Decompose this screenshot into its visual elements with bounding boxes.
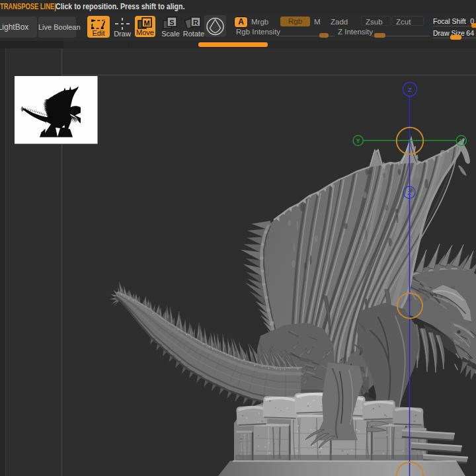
- svg-text:M: M: [143, 19, 149, 27]
- svg-text:Y: Y: [459, 138, 463, 144]
- svg-text:Y: Y: [356, 138, 360, 144]
- svg-text:S: S: [169, 19, 174, 26]
- svg-text:R: R: [193, 19, 198, 26]
- svg-text:Z: Z: [407, 190, 411, 196]
- svg-text:Z: Z: [408, 86, 412, 93]
